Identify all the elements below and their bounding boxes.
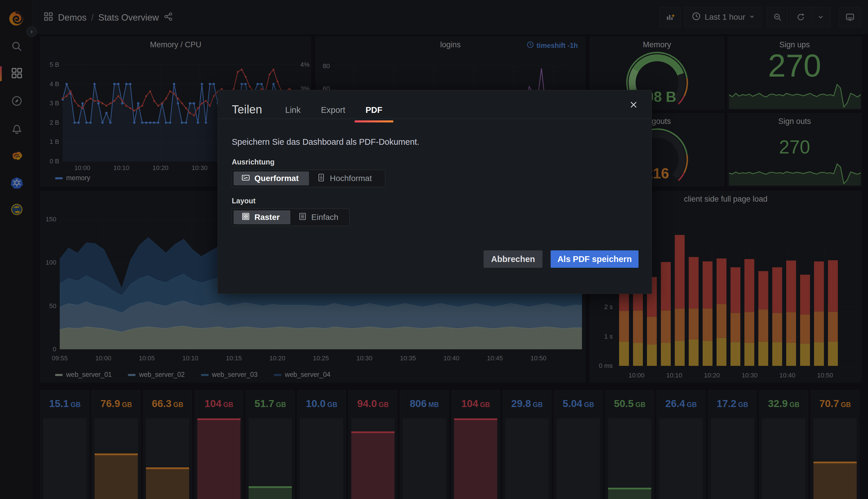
option-einfach[interactable]: Einfach <box>290 210 348 224</box>
orientation-label: Ausrichtung <box>232 158 274 166</box>
share-modal: Teilen Link Export PDF Speichern Sie das… <box>218 90 652 294</box>
divider <box>218 119 651 119</box>
modal-title: Teilen <box>232 103 262 116</box>
landscape-icon <box>241 173 250 184</box>
cancel-button[interactable]: Abbrechen <box>484 251 542 268</box>
tab-link[interactable]: Link <box>285 105 301 122</box>
simple-layout-icon <box>298 212 307 223</box>
tab-pdf[interactable]: PDF <box>366 105 382 122</box>
layout-radio-group: Raster Einfach <box>232 209 350 226</box>
portrait-icon <box>317 173 326 184</box>
grafana-app: › Demos / Stats Overview <box>0 0 868 499</box>
active-tab-underline <box>355 120 393 122</box>
modal-tabs: Link Export PDF <box>285 105 382 122</box>
orientation-radio-group: Querformat Hochformat <box>232 170 385 187</box>
option-raster[interactable]: Raster <box>234 210 290 224</box>
tab-export[interactable]: Export <box>321 105 345 122</box>
modal-description: Speichern Sie das Dashboard als PDF-Doku… <box>232 137 419 147</box>
save-pdf-button[interactable]: Als PDF speichern <box>551 251 638 268</box>
layout-label: Layout <box>232 197 256 205</box>
option-querformat[interactable]: Querformat <box>234 171 309 185</box>
grid-layout-icon <box>241 212 250 223</box>
close-icon[interactable] <box>627 98 640 111</box>
option-hochformat[interactable]: Hochformat <box>309 171 383 185</box>
